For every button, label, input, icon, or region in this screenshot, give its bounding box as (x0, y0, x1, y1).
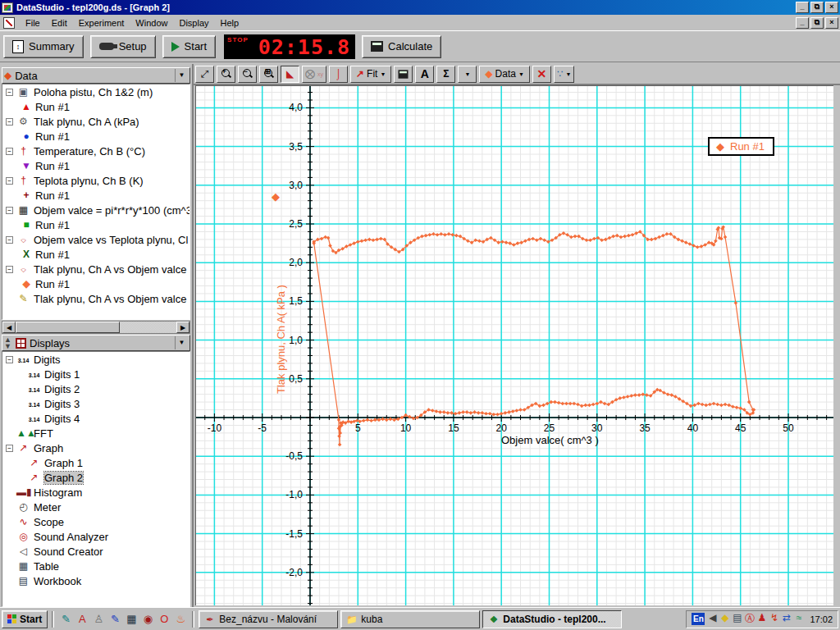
collapse-icon[interactable]: − (6, 356, 13, 363)
collapse-icon[interactable]: − (6, 207, 13, 214)
run-item[interactable]: ▲ Run #1 (2, 99, 189, 114)
task-button[interactable]: ❖ DataStudio - tepl200... (482, 610, 622, 628)
data-dropdown-arrow[interactable]: ▼ (175, 69, 188, 82)
menu-display[interactable]: Display (173, 16, 214, 30)
start-button[interactable]: Start (162, 35, 216, 58)
display-subitem[interactable]: 3.14 Digits 3 (2, 396, 189, 411)
display-subitem[interactable]: 3.14 Digits 2 (2, 381, 189, 396)
child-close-button[interactable]: × (825, 17, 838, 29)
run-item[interactable]: + Run #1 (2, 188, 189, 203)
start-menu-button[interactable]: Start (2, 610, 48, 628)
legend[interactable]: ◆ Run #1 (708, 137, 774, 156)
scroll-right-icon[interactable]: ▶ (176, 322, 189, 333)
child-restore-button[interactable]: ⧉ (810, 17, 824, 29)
tray-volume-icon[interactable]: ◀ (706, 612, 719, 626)
collapse-icon[interactable]: − (6, 236, 13, 244)
graph-settings-button[interactable]: ∵▼ (554, 66, 575, 83)
display-subitem[interactable]: 3.14 Digits 1 (2, 367, 189, 381)
quick-launch-acrobat-icon[interactable]: A (75, 612, 89, 627)
setup-button[interactable]: Setup (90, 35, 156, 58)
display-subitem[interactable]: 3.14 Digits 4 (2, 411, 189, 426)
keyboard-layout-indicator[interactable]: En (692, 613, 705, 625)
data-item[interactable]: −▣Poloha pistu, Ch 1&2 (m) (2, 84, 189, 99)
data-tree-hscrollbar[interactable]: ◀ ▶ (2, 321, 190, 334)
document-icon[interactable] (3, 17, 15, 29)
xy-tool-button[interactable]: ⨂xy (302, 66, 326, 83)
lock-axes-button[interactable]: ◣ (281, 66, 299, 83)
tray-diamond-icon[interactable]: ◆ (719, 612, 731, 626)
statistics-dropdown-button[interactable]: ▼ (458, 66, 477, 83)
data-select-button[interactable]: ◆ Data ▼ (479, 66, 530, 83)
menu-help[interactable]: Help (215, 16, 245, 30)
quick-launch-winamp-icon[interactable]: ♨ (173, 612, 188, 627)
tray-modem-icon[interactable]: ≈ (792, 612, 805, 626)
run-item[interactable]: ● Run #1 (2, 129, 189, 144)
data-item[interactable]: −⌔Objem valce vs Teplota plynu, Cl (2, 232, 189, 247)
scale-to-fit-button[interactable]: ⤢ (195, 66, 214, 83)
menu-edit[interactable]: Edit (46, 16, 73, 30)
quick-launch-dragon-icon[interactable]: ◉ (140, 612, 155, 627)
remove-data-button[interactable]: ✕ (532, 66, 551, 83)
quick-launch-desktop-icon[interactable]: ✎ (58, 612, 73, 627)
child-minimize-button[interactable]: _ (796, 17, 809, 29)
calculate-tool-button[interactable] (394, 66, 413, 83)
tray-scheduler-icon[interactable]: ▤ (731, 612, 743, 626)
tray-sync-icon[interactable]: ⇄ (780, 612, 792, 626)
statistics-button[interactable]: Σ (436, 66, 455, 83)
displays-dropdown-arrow[interactable]: ▼ (175, 336, 188, 349)
display-item[interactable]: ◁Sound Creator (2, 544, 189, 559)
display-item[interactable]: ▤Workbook (2, 573, 189, 588)
x-axis-title[interactable]: Objem valce( cm^3 ) (501, 434, 599, 446)
quick-launch-pen-icon[interactable]: ✎ (107, 612, 122, 627)
minimize-button[interactable]: _ (796, 2, 809, 13)
data-item[interactable]: −▦Objem valce = pi*r*r*y*100 (cm^3 (2, 203, 189, 217)
task-button[interactable]: ✒ Bez_názvu - Malování (199, 610, 338, 628)
data-item[interactable]: −⚙Tlak plynu, Ch A (kPa) (2, 114, 189, 129)
display-subitem[interactable]: ↗ Graph 1 (2, 455, 189, 470)
splitter-icon[interactable]: ▲▼ (4, 336, 12, 349)
zoom-select-button[interactable]: ⊞ (259, 66, 278, 83)
scroll-thumb[interactable] (16, 322, 120, 333)
fit-button[interactable]: ↗ Fit ▼ (350, 66, 391, 83)
run-item[interactable]: ■ Run #1 (2, 217, 189, 232)
collapse-icon[interactable]: − (6, 89, 13, 96)
display-item[interactable]: ▬▮Histogram (2, 485, 189, 500)
menu-file[interactable]: File (20, 16, 46, 30)
display-item[interactable]: ◴Meter (2, 500, 189, 514)
quick-launch-archiver-icon[interactable]: ♙ (91, 612, 106, 627)
data-item[interactable]: ✎Tlak plynu, Ch A vs Objem valce (2, 291, 189, 306)
data-item[interactable]: −†Teplota plynu, Ch B (K) (2, 173, 189, 188)
display-item[interactable]: −3.14Digits (2, 352, 189, 367)
display-item[interactable]: ◎Sound Analyzer (2, 529, 189, 544)
y-axis-title[interactable]: Tlak plynu, Ch A( kPa ) (275, 285, 287, 394)
run-item[interactable]: X Run #1 (2, 247, 189, 262)
display-item[interactable]: ∿Scope (2, 514, 189, 529)
tray-power-icon[interactable]: ↯ (768, 612, 780, 626)
data-panel-header[interactable]: ◆ Data ▼ (2, 67, 190, 84)
restore-button[interactable]: ⧉ (810, 2, 824, 13)
display-subitem[interactable]: ↗ Graph 2 (2, 470, 189, 485)
data-item[interactable]: −⌔Tlak plynu, Ch A vs Objem valce (2, 262, 189, 276)
displays-panel-header[interactable]: ▲▼ Displays ▼ (2, 335, 190, 351)
smart-tool-button[interactable]: ⌡ (329, 66, 348, 83)
display-item[interactable]: ▲▲FFT (2, 426, 189, 441)
quick-launch-calculator-icon[interactable]: ▦ (124, 612, 139, 627)
data-item[interactable]: −†Temperature, Ch B (°C) (2, 144, 189, 158)
scroll-left-icon[interactable]: ◀ (2, 322, 16, 333)
summary-button[interactable]: ↕ Summary (3, 35, 84, 58)
menu-window[interactable]: Window (130, 16, 173, 30)
fit-dropdown-icon[interactable]: ▼ (380, 71, 386, 77)
collapse-icon[interactable]: − (6, 266, 13, 273)
collapse-icon[interactable]: − (6, 177, 13, 185)
settings-dropdown-icon[interactable]: ▼ (566, 71, 572, 77)
collapse-icon[interactable]: − (6, 118, 13, 126)
data-dropdown-icon[interactable]: ▼ (518, 71, 524, 77)
zoom-out-button[interactable]: − (238, 66, 257, 83)
tray-ati-icon[interactable]: Ⓐ (743, 612, 756, 626)
run-item[interactable]: ◆ Run #1 (2, 276, 189, 291)
collapse-icon[interactable]: − (6, 445, 13, 452)
display-item[interactable]: ▦Table (2, 559, 189, 573)
tray-agent-icon[interactable]: ♟ (756, 612, 768, 626)
text-tool-button[interactable]: A (415, 66, 434, 83)
run-item[interactable]: ▼ Run #1 (2, 158, 189, 173)
